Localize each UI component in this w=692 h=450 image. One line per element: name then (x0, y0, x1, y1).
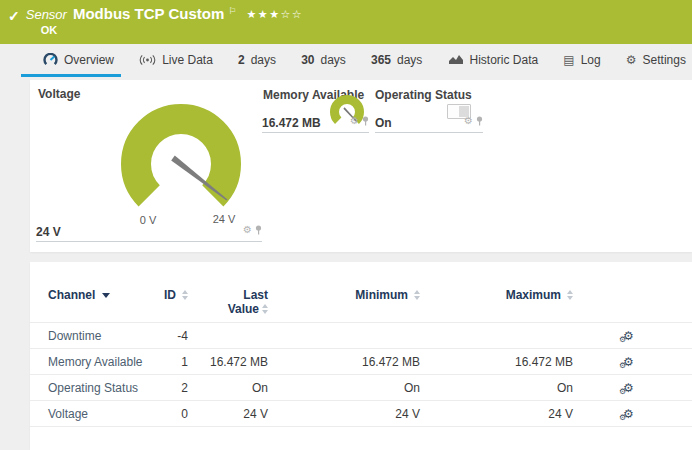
channel-name: Memory Available (48, 355, 163, 369)
channel-id: -4 (163, 329, 188, 343)
gauges-panel: Voltage 0 V 24 V 24 V ⚙ Memory Available… (30, 80, 692, 252)
channel-settings-icon[interactable]: ⚙⚙ (623, 356, 634, 368)
pin-icon[interactable] (362, 112, 369, 130)
column-header-id[interactable]: ID (163, 288, 188, 302)
column-header-channel[interactable]: Channel (48, 288, 163, 302)
tab-label: days (251, 53, 276, 67)
sort-icon (567, 290, 573, 300)
gear-icon: ⚙ (626, 54, 637, 66)
object-kind-label: Sensor (26, 7, 67, 22)
sensor-overview-page: ✓ Sensor Modbus TCP Custom ⚐ ★★★☆☆ OK Ov… (0, 0, 692, 450)
tab-settings[interactable]: ⚙ Settings (626, 50, 686, 74)
table-row-operating-status[interactable]: Operating Status 2 On On On ⚙⚙ (30, 375, 692, 401)
memory-gauge-footer: 16.472 MB ⚙ (262, 110, 369, 133)
flag-icon[interactable]: ⚐ (228, 6, 236, 16)
status-ok-check-icon: ✓ (8, 8, 20, 24)
tab-log[interactable]: ▤ Log (563, 50, 600, 74)
channel-id: 2 (163, 381, 188, 395)
tab-label: Settings (643, 53, 686, 67)
sensor-title-block: Sensor Modbus TCP Custom ⚐ ★★★☆☆ OK (26, 5, 304, 36)
sensor-header: ✓ Sensor Modbus TCP Custom ⚐ ★★★☆☆ OK (0, 0, 692, 44)
tab-overview[interactable]: Overview (43, 50, 114, 74)
tab-number: 30 (301, 53, 314, 67)
voltage-gauge[interactable] (106, 100, 256, 220)
sensor-title: Modbus TCP Custom (73, 5, 224, 22)
table-row-voltage[interactable]: Voltage 0 24 V 24 V 24 V ⚙⚙ (30, 401, 692, 427)
log-icon: ▤ (563, 54, 574, 66)
tab-number: 365 (371, 53, 391, 67)
tab-30-days[interactable]: 30 days (301, 50, 346, 74)
channel-minimum: 24 V (268, 407, 420, 421)
channel-settings-icon[interactable]: ⚙⚙ (623, 330, 634, 342)
voltage-gauge-footer: 24 V ⚙ (36, 218, 262, 242)
operating-status-value: On (375, 116, 392, 130)
table-row-memory-available[interactable]: Memory Available 1 16.472 MB 16.472 MB 1… (30, 349, 692, 375)
gauge-settings-gear-icon[interactable]: ⚙ (243, 225, 252, 235)
tab-label: days (397, 53, 422, 67)
operating-status-footer: On ⚙ (375, 110, 483, 133)
channel-maximum: 16.472 MB (420, 355, 573, 369)
channel-last-value: 16.472 MB (188, 355, 268, 369)
channel-maximum: 24 V (420, 407, 573, 421)
channel-last-value: 24 V (188, 407, 268, 421)
tab-label: Live Data (162, 53, 213, 67)
gauge-settings-gear-icon[interactable]: ⚙ (464, 116, 473, 126)
tab-label: days (321, 53, 346, 67)
column-header-last-value[interactable]: Last Value (188, 288, 268, 316)
column-header-maximum[interactable]: Maximum (420, 288, 573, 302)
sort-desc-icon (102, 293, 110, 298)
tab-number: 2 (238, 53, 245, 67)
channel-maximum: On (420, 381, 573, 395)
stars-filled: ★★★ (246, 8, 280, 20)
gauge-icon (43, 53, 58, 66)
live-signal-icon (139, 54, 156, 66)
channel-name: Voltage (48, 407, 163, 421)
memory-value: 16.472 MB (262, 116, 321, 130)
channel-name: Downtime (48, 329, 163, 343)
channel-minimum: On (268, 381, 420, 395)
channel-id: 1 (163, 355, 188, 369)
channel-minimum: 16.472 MB (268, 355, 420, 369)
tab-label: Historic Data (470, 53, 539, 67)
tab-2-days[interactable]: 2 days (238, 50, 276, 74)
channel-last-value: On (188, 381, 268, 395)
channel-table-header: Channel ID Last Value Minimum Maximum (30, 288, 692, 323)
sort-icon (262, 304, 268, 314)
tab-365-days[interactable]: 365 days (371, 50, 422, 74)
gauge-settings-gear-icon[interactable]: ⚙ (350, 116, 359, 126)
voltage-gauge-title: Voltage (38, 87, 80, 101)
channel-settings-icon[interactable]: ⚙⚙ (623, 408, 634, 420)
channel-settings-icon[interactable]: ⚙⚙ (623, 382, 634, 394)
priority-stars[interactable]: ★★★☆☆ (246, 8, 303, 21)
column-header-minimum[interactable]: Minimum (268, 288, 420, 302)
voltage-value: 24 V (36, 225, 61, 239)
pin-icon[interactable] (255, 221, 262, 239)
tab-label: Log (581, 53, 601, 67)
tab-historic-data[interactable]: Historic Data (448, 50, 539, 74)
tab-live-data[interactable]: Live Data (139, 50, 213, 74)
tab-bar: Overview Live Data 2 days 30 days 365 da… (30, 50, 692, 74)
channel-id: 0 (163, 407, 188, 421)
channel-name: Operating Status (48, 381, 163, 395)
table-row-downtime[interactable]: Downtime -4 ⚙⚙ (30, 323, 692, 349)
operating-status-title: Operating Status (375, 88, 472, 102)
pin-icon[interactable] (476, 112, 483, 130)
status-badge: OK (41, 24, 304, 36)
tab-label: Overview (64, 53, 114, 67)
bar-chart-icon (448, 54, 464, 65)
channel-table-panel: Channel ID Last Value Minimum Maximum Do… (30, 262, 692, 450)
stars-empty: ☆☆ (281, 8, 304, 20)
